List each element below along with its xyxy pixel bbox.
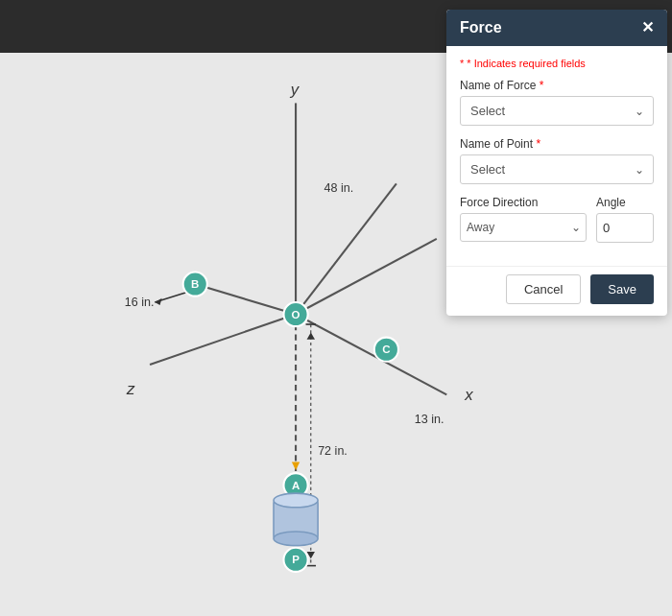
angle-label: Angle xyxy=(596,196,654,209)
svg-point-29 xyxy=(274,493,318,508)
svg-text:C: C xyxy=(382,344,390,355)
direction-select-wrapper: Away ⌄ xyxy=(460,213,587,242)
force-name-select-wrapper: Select ⌄ xyxy=(460,96,654,126)
z-axis-label: z xyxy=(126,380,135,398)
direction-angle-row: Force Direction Away ⌄ Angle xyxy=(460,196,654,243)
force-name-select[interactable]: Select xyxy=(460,96,654,126)
svg-text:P: P xyxy=(292,554,300,565)
svg-text:16 in.: 16 in. xyxy=(125,296,155,309)
point-name-select-wrapper: Select ⌄ xyxy=(460,154,654,184)
close-button[interactable]: ✕ xyxy=(641,20,654,36)
angle-input[interactable] xyxy=(596,213,654,243)
required-note: * * Indicates required fields xyxy=(460,58,654,69)
panel-footer: Cancel Save xyxy=(446,266,667,316)
svg-text:O: O xyxy=(292,309,300,320)
y-axis-label: y xyxy=(290,81,300,99)
point-name-label: Name of Point * xyxy=(460,137,654,151)
direction-field-group: Force Direction Away ⌄ xyxy=(460,196,587,243)
cancel-button[interactable]: Cancel xyxy=(506,274,581,304)
direction-select[interactable]: Away xyxy=(460,213,587,242)
svg-text:48 in.: 48 in. xyxy=(324,181,353,195)
force-name-label: Name of Force * xyxy=(460,79,654,92)
direction-label: Force Direction xyxy=(460,196,587,209)
x-axis-label: x xyxy=(464,386,473,404)
panel-header: Force ✕ xyxy=(446,10,667,46)
svg-text:A: A xyxy=(292,480,300,491)
panel-body: * * Indicates required fields Name of Fo… xyxy=(446,46,667,266)
svg-text:72 in.: 72 in. xyxy=(318,444,348,458)
svg-text:13 in.: 13 in. xyxy=(415,413,444,426)
panel-title: Force xyxy=(460,19,502,36)
svg-point-30 xyxy=(274,532,318,546)
svg-text:B: B xyxy=(191,278,199,290)
angle-field-group: Angle xyxy=(596,196,654,243)
force-panel: Force ✕ * * Indicates required fields Na… xyxy=(446,10,667,316)
point-name-select[interactable]: Select xyxy=(460,154,654,184)
save-button[interactable]: Save xyxy=(590,274,654,304)
